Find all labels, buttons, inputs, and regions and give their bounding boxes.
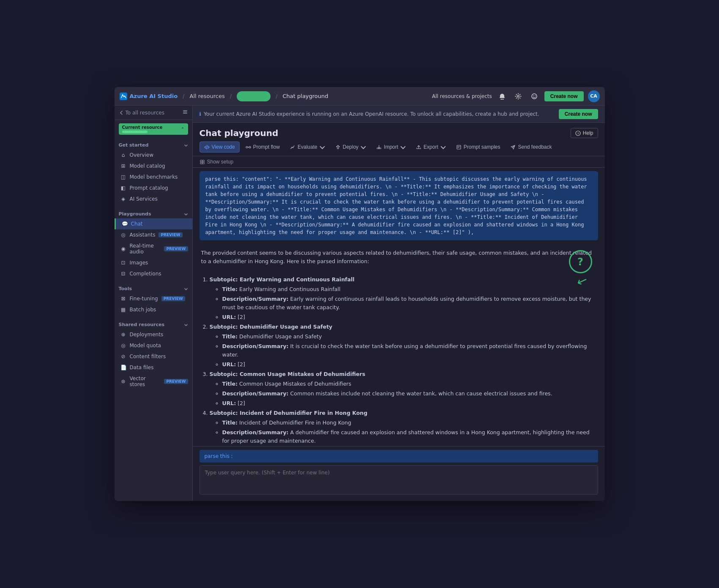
sidebar-item-batch-jobs[interactable]: ▦ Batch jobs <box>115 304 192 315</box>
sidebar-item-content-filters[interactable]: ⊘ Content filters <box>115 351 192 362</box>
section-tools: Tools ⊠ Fine-tuning PREVIEW ▦ Batch jobs <box>115 282 192 318</box>
images-icon: ⊡ <box>120 260 126 266</box>
breadcrumb-all-resources[interactable]: All resources <box>189 93 224 99</box>
subtopic-4: Subtopic: Incident of Dehumidifier Fire … <box>210 409 596 446</box>
filter-icon: ⊘ <box>120 354 126 359</box>
svg-point-2 <box>532 94 537 99</box>
sidebar-item-fine-tuning[interactable]: ⊠ Fine-tuning PREVIEW <box>115 293 192 304</box>
send-feedback-button[interactable]: Send feedback <box>506 142 556 152</box>
create-now-button[interactable]: Create now <box>544 91 584 101</box>
chat-input[interactable] <box>200 465 598 495</box>
subtopic-3: Subtopic: Common Usage Mistakes of Dehum… <box>210 370 596 408</box>
completions-icon: ⊟ <box>120 271 126 277</box>
benchmark-icon: ◫ <box>120 174 126 180</box>
svg-rect-5 <box>183 110 187 111</box>
resource-selector[interactable]: Current resource ⌃ <box>119 123 188 135</box>
show-setup-button[interactable]: Show setup <box>200 159 234 165</box>
sidebar-item-overview[interactable]: ⌂ Overview <box>115 150 192 161</box>
quota-icon: ◎ <box>120 343 126 348</box>
content-area: ℹ Your current Azure AI Studio experienc… <box>193 106 605 501</box>
sidebar-collapse-btn[interactable] <box>182 109 188 116</box>
notifications-icon[interactable] <box>496 90 508 102</box>
info-icon: ℹ <box>200 111 202 117</box>
import-button[interactable]: Import <box>372 142 410 152</box>
batch-icon: ▦ <box>120 307 126 313</box>
section-shared-resources: Shared resources ⊕ Deployments ◎ Model q… <box>115 318 192 392</box>
user-message: parse this: "content": "- **Early Warnin… <box>200 171 598 240</box>
sidebar: To all resources Current resource ⌃ Get … <box>115 106 193 501</box>
section-get-started: Get started ⌂ Overview ⊞ Model catalog ◫… <box>115 138 192 207</box>
parse-indicator: parse this : <box>200 450 598 463</box>
svg-point-11 <box>249 146 251 148</box>
sidebar-item-deployments[interactable]: ⊕ Deployments <box>115 329 192 340</box>
subtopics-list: Subtopic: Early Warning and Continuous R… <box>201 275 596 446</box>
section-playgrounds: Playgrounds 💬 Chat ◎ Assistants PREVIEW … <box>115 207 192 282</box>
chat-icon: 💬 <box>122 221 128 227</box>
prompt-samples-button[interactable]: Prompt samples <box>452 142 505 152</box>
services-icon: ◈ <box>120 196 126 202</box>
topbar-right: All resources & projects Create now CA <box>432 90 599 102</box>
vector-icon: ⊛ <box>120 378 126 384</box>
sidebar-item-completions[interactable]: ⊟ Completions <box>115 268 192 279</box>
svg-rect-6 <box>183 112 187 112</box>
svg-rect-7 <box>183 113 187 114</box>
back-to-all-resources[interactable]: To all resources <box>119 110 164 116</box>
svg-point-3 <box>533 95 534 96</box>
info-banner: ℹ Your current Azure AI Studio experienc… <box>193 106 605 123</box>
prompt-icon: ◧ <box>120 185 126 191</box>
create-now-banner-button[interactable]: Create now <box>559 109 598 119</box>
avatar[interactable]: CA <box>588 90 600 102</box>
subtopic-1: Subtopic: Early Warning and Continuous R… <box>210 275 596 321</box>
deploy-icon: ⊕ <box>120 332 126 338</box>
sidebar-item-realtime-audio[interactable]: ◉ Real-time audio PREVIEW <box>115 240 192 257</box>
sidebar-item-chat[interactable]: 💬 Chat <box>115 218 192 229</box>
sidebar-item-ai-services[interactable]: ◈ AI Services <box>115 193 192 204</box>
main-layout: To all resources Current resource ⌃ Get … <box>115 106 605 501</box>
chat-area[interactable]: parse this: "content": "- **Early Warnin… <box>193 168 605 446</box>
data-icon: 📄 <box>120 365 126 370</box>
evaluate-button[interactable]: Evaluate <box>286 142 329 152</box>
finetune-icon: ⊠ <box>120 296 126 302</box>
section-header-shared-resources[interactable]: Shared resources <box>115 320 192 329</box>
topbar: Azure AI Studio / All resources / / Chat… <box>115 87 605 106</box>
home-icon: ⌂ <box>120 152 126 158</box>
section-header-tools[interactable]: Tools <box>115 284 192 293</box>
catalog-icon: ⊞ <box>120 163 126 169</box>
content-wrapper: ? ↙ parse this: "content": "- **Early Wa… <box>193 168 605 501</box>
assistants-icon: ◎ <box>120 232 126 238</box>
svg-point-4 <box>535 95 536 96</box>
section-header-playgrounds[interactable]: Playgrounds <box>115 210 192 218</box>
sidebar-item-model-catalog[interactable]: ⊞ Model catalog <box>115 161 192 172</box>
input-area: parse this : <box>193 446 605 501</box>
svg-text:?: ? <box>577 132 579 136</box>
sidebar-item-prompt-catalog[interactable]: ◧ Prompt catalog <box>115 182 192 193</box>
settings-icon[interactable] <box>512 90 524 102</box>
app-logo: Azure AI Studio <box>120 93 178 100</box>
sidebar-item-model-benchmarks[interactable]: ◫ Model benchmarks <box>115 172 192 182</box>
svg-rect-15 <box>200 162 202 164</box>
view-code-button[interactable]: View code <box>200 142 240 152</box>
show-setup-bar: Show setup <box>193 156 605 168</box>
deploy-button[interactable]: Deploy <box>331 142 370 152</box>
section-header-get-started[interactable]: Get started <box>115 141 192 150</box>
sidebar-top: To all resources <box>115 106 192 120</box>
help-button[interactable]: ? Help <box>571 128 598 138</box>
all-resources-projects-btn[interactable]: All resources & projects <box>432 93 492 99</box>
sidebar-item-assistants[interactable]: ◎ Assistants PREVIEW <box>115 229 192 240</box>
face-icon[interactable] <box>528 90 540 102</box>
subtopic-2: Subtopic: Dehumidifier Usage and Safety … <box>210 323 596 369</box>
prompt-flow-button[interactable]: Prompt flow <box>241 142 284 152</box>
page-header: Chat playground ? Help <box>193 123 605 138</box>
resource-badge[interactable] <box>237 91 271 101</box>
svg-point-10 <box>246 146 248 148</box>
sidebar-item-model-quota[interactable]: ◎ Model quota <box>115 340 192 351</box>
sidebar-item-data-files[interactable]: 📄 Data files <box>115 362 192 373</box>
assistant-message-1: The provided content seems to be discuss… <box>200 245 598 446</box>
toolbar: View code Prompt flow Evaluate Deploy <box>193 138 605 156</box>
svg-rect-13 <box>200 160 202 162</box>
audio-icon: ◉ <box>120 246 126 252</box>
sidebar-item-images[interactable]: ⊡ Images <box>115 257 192 268</box>
sidebar-item-vector-stores[interactable]: ⊛ Vector stores PREVIEW <box>115 373 192 390</box>
export-button[interactable]: Export <box>412 142 450 152</box>
page-title: Chat playground <box>200 128 279 138</box>
